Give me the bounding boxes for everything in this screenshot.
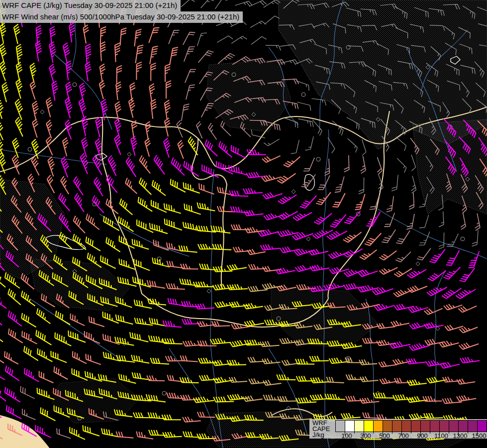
wind-barb — [201, 104, 214, 117]
wind-barb — [391, 175, 398, 191]
wind-barb — [278, 195, 297, 204]
wind-barb — [8, 329, 23, 343]
legend-cell — [335, 420, 345, 432]
wind-barb — [137, 220, 153, 232]
wind-barb — [362, 139, 366, 155]
wind-barb — [316, 192, 331, 205]
wind-barb — [37, 348, 52, 362]
wind-barb — [22, 331, 37, 344]
wind-barb — [417, 248, 431, 260]
legend-tick — [449, 432, 449, 434]
wind-barb — [250, 21, 266, 27]
wind-barb — [125, 178, 137, 194]
wind-barb — [227, 394, 248, 400]
wind-barb — [0, 120, 3, 140]
wind-barb — [424, 413, 443, 419]
wind-barb — [332, 193, 345, 207]
wind-barb — [150, 46, 158, 64]
wind-barb — [100, 64, 105, 82]
city-circle-symbol — [301, 93, 305, 97]
wind-barb — [439, 212, 444, 227]
wind-barb — [117, 66, 122, 84]
wind-barb — [277, 173, 295, 183]
wind-barb — [106, 237, 120, 252]
wind-barb — [93, 196, 104, 213]
wind-barb — [32, 119, 38, 137]
wind-barb — [149, 430, 168, 436]
wind-barb — [22, 409, 36, 420]
wind-barb — [151, 63, 156, 81]
wind-barb — [303, 158, 314, 171]
wind-barb — [0, 349, 4, 363]
wind-barb — [194, 282, 214, 287]
wind-barb — [0, 309, 2, 325]
wind-barb — [327, 377, 344, 383]
wind-barb — [134, 29, 141, 46]
wind-barb — [419, 215, 429, 228]
wind-barb — [182, 104, 190, 121]
wind-barb — [165, 64, 170, 82]
wind-barb — [63, 43, 70, 64]
wind-barb — [0, 61, 6, 81]
legend-tick-label: 900 — [417, 432, 428, 440]
wind-barb — [2, 83, 8, 103]
legend-cell — [411, 420, 421, 432]
wind-barb — [57, 428, 71, 439]
wind-barb — [343, 232, 362, 242]
wind-barb — [199, 375, 219, 380]
wind-barb — [219, 141, 232, 157]
wind-barb — [100, 42, 106, 61]
wind-barb — [73, 351, 87, 364]
wind-barb — [332, 121, 343, 135]
wind-barb — [86, 354, 101, 365]
wind-barb — [163, 432, 182, 438]
city-circle-symbol — [162, 391, 166, 395]
wind-barb — [114, 135, 121, 155]
wind-barb — [278, 396, 297, 401]
wind-barb — [145, 138, 150, 157]
wind-barb — [163, 321, 182, 327]
city-diamond-symbol — [306, 237, 310, 241]
wind-barb — [243, 188, 263, 194]
wind-barb — [145, 121, 151, 140]
wind-barb — [65, 120, 72, 139]
wind-barb — [108, 155, 116, 176]
wind-barb — [264, 139, 280, 146]
wind-barb — [251, 36, 267, 44]
wind-barb — [86, 62, 92, 81]
wind-barb — [167, 375, 184, 382]
wind-barb — [185, 70, 196, 83]
wind-barb — [12, 138, 19, 157]
wind-barb — [96, 117, 102, 137]
wind-barb — [208, 123, 217, 139]
wind-barb — [39, 371, 54, 383]
wind-barb — [15, 117, 23, 136]
wind-barb — [94, 177, 103, 196]
wind-barb — [8, 289, 21, 305]
wind-barb — [184, 161, 198, 176]
wind-barb — [344, 211, 360, 224]
wind-barb — [459, 343, 479, 349]
wind-barb — [263, 193, 283, 199]
wind-barb — [244, 320, 264, 326]
wind-barb — [382, 229, 396, 243]
legend-cell — [354, 420, 364, 432]
wind-barb — [106, 199, 118, 214]
wind-barb — [301, 174, 316, 187]
wind-barb — [460, 357, 480, 363]
wind-barb — [183, 417, 201, 422]
wind-barb — [419, 231, 430, 245]
wind-barb — [135, 45, 143, 63]
legend-tick-label: 100 — [341, 432, 352, 440]
wind-barb — [198, 51, 214, 63]
wind-barb — [343, 249, 362, 257]
title-block: WRF CAPE (J/kg) Tuesday 30-09-2025 21:00… — [0, 0, 243, 23]
wind-barb — [148, 298, 166, 305]
wind-barb — [167, 393, 186, 399]
wind-barb — [266, 45, 281, 50]
wind-barb — [61, 157, 69, 178]
wind-barb — [115, 297, 132, 308]
wind-barb — [380, 267, 398, 274]
wind-barb — [218, 53, 235, 63]
wind-barb — [80, 153, 88, 174]
